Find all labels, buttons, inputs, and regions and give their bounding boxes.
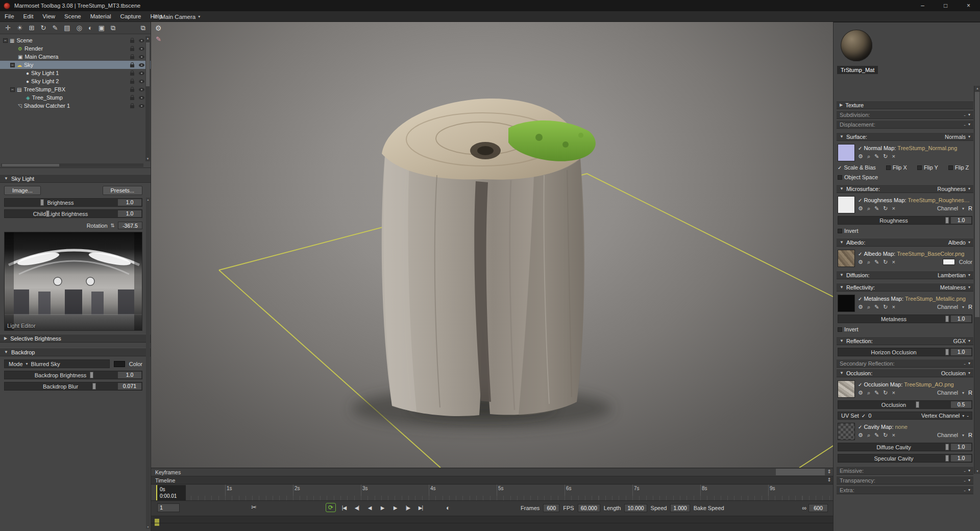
check-icon[interactable]: ✓ bbox=[838, 165, 842, 171]
magnifier-icon[interactable]: ⌕ bbox=[867, 390, 870, 396]
scroll-up-icon[interactable]: ▲ bbox=[145, 36, 150, 41]
eye-icon[interactable] bbox=[139, 55, 144, 59]
slider-handle[interactable] bbox=[90, 372, 93, 378]
invert-checkbox[interactable] bbox=[838, 229, 842, 233]
bake-icon[interactable]: ▤ bbox=[64, 24, 70, 32]
next-keyframe-button[interactable]: |▶ bbox=[403, 503, 412, 512]
channel-label[interactable]: Channel bbox=[937, 205, 958, 211]
check-icon[interactable]: ✓ bbox=[858, 296, 862, 302]
tree-item-scene[interactable]: − ▦ Scene bbox=[0, 36, 151, 44]
reload-icon[interactable]: ↻ bbox=[883, 153, 888, 160]
gear-icon[interactable]: ⚙ bbox=[858, 205, 863, 212]
section-microsurface-header[interactable]: ▼ Microsurface: Roughness ▾ bbox=[837, 184, 973, 193]
brightness-slider[interactable]: Brightness 1.0 bbox=[4, 198, 142, 207]
chevron-down-icon[interactable]: ▾ bbox=[968, 361, 970, 366]
presets-button[interactable]: Presets... bbox=[103, 186, 142, 195]
slider-value[interactable]: 1.0 bbox=[118, 210, 141, 217]
scrollbar-handle[interactable] bbox=[2, 164, 59, 166]
menu-material[interactable]: Material bbox=[86, 13, 116, 19]
section-value[interactable]: Albedo bbox=[948, 239, 966, 246]
duplicate-icon[interactable]: ⧉ bbox=[111, 24, 115, 32]
material-name[interactable]: TrStump_Mat bbox=[837, 66, 878, 74]
play-button[interactable]: ▶ bbox=[378, 503, 387, 512]
scroll-down-icon[interactable]: ▼ bbox=[974, 469, 980, 474]
rotation-value[interactable]: -367.5 bbox=[118, 222, 142, 229]
channel-label[interactable]: Channel bbox=[937, 304, 958, 310]
chevron-down-icon[interactable]: ▾ bbox=[968, 273, 970, 277]
slider-value[interactable]: 1.0 bbox=[951, 444, 971, 450]
tree-item-sky-light-1[interactable]: ● Sky Light 1 bbox=[0, 69, 151, 77]
lock-icon[interactable] bbox=[130, 40, 134, 43]
pencil-icon[interactable]: ✎ bbox=[874, 153, 879, 160]
eye-icon[interactable] bbox=[139, 71, 144, 75]
remove-icon[interactable]: × bbox=[892, 304, 895, 310]
remove-icon[interactable]: × bbox=[892, 432, 895, 438]
section-occlusion-header[interactable]: ▼ Occlusion: Occlusion ▾ bbox=[837, 369, 973, 377]
chevron-down-icon[interactable]: ▾ bbox=[968, 468, 970, 473]
backdrop-header[interactable]: ▼ Backdrop bbox=[0, 348, 151, 356]
normal-map-thumbnail[interactable] bbox=[838, 144, 855, 161]
select-tool-icon[interactable]: ✛ bbox=[5, 24, 11, 32]
scroll-down-icon[interactable]: ▼ bbox=[145, 157, 150, 161]
paint-tool-icon[interactable]: ✎ bbox=[52, 24, 58, 32]
roughness-map-thumbnail[interactable] bbox=[838, 196, 855, 213]
frame-input[interactable]: 1 bbox=[157, 503, 180, 512]
channel-label[interactable]: Channel bbox=[937, 390, 958, 396]
flip-z-label[interactable]: Flip Z bbox=[955, 164, 969, 171]
chevron-down-icon[interactable]: ▾ bbox=[968, 134, 970, 139]
timeline-ruler[interactable]: 1s 2s 3s 4s 5s 6s 7s 8s 9s 0s 0:00.01 bbox=[151, 485, 833, 501]
slider-value[interactable]: 1.0 bbox=[951, 349, 971, 355]
scissors-icon[interactable]: ✂ bbox=[251, 503, 257, 511]
section-subdivision-header[interactable]: Subdivision: - ▾ bbox=[837, 110, 973, 119]
albedo-map-thumbnail[interactable] bbox=[838, 250, 855, 267]
slider-value[interactable]: 1.0 bbox=[951, 455, 971, 462]
specular-cavity-slider[interactable]: Specular Cavity 1.0 bbox=[838, 454, 972, 463]
section-secondary-reflection-header[interactable]: Secondary Reflection: - ▾ bbox=[837, 359, 973, 368]
add-light-icon[interactable]: ☀ bbox=[17, 24, 23, 32]
section-reflection-header[interactable]: ▼ Reflection: GGX ▾ bbox=[837, 336, 973, 345]
menu-file[interactable]: File bbox=[0, 13, 19, 19]
section-albedo-header[interactable]: ▼ Albedo: Albedo ▾ bbox=[837, 238, 973, 247]
chevron-down-icon[interactable]: ▾ bbox=[968, 240, 970, 245]
fps-input[interactable]: 60.000 bbox=[578, 504, 600, 512]
map-filename[interactable]: TreeStump_Normal.png bbox=[897, 145, 957, 151]
magnifier-icon[interactable]: ⌕ bbox=[867, 432, 870, 439]
scroll-up-icon[interactable]: ▲ bbox=[974, 86, 980, 91]
loop-frame-input[interactable]: 600 bbox=[808, 504, 828, 512]
menu-view[interactable]: View bbox=[38, 13, 60, 19]
pencil-icon[interactable]: ✎ bbox=[874, 205, 879, 212]
skip-to-end-button[interactable]: ▶| bbox=[416, 503, 425, 512]
expand-collapse-icon[interactable]: ⇕ bbox=[827, 477, 831, 482]
reload-icon[interactable]: ↻ bbox=[883, 259, 888, 266]
chevron-down-icon[interactable]: ▾ bbox=[968, 186, 970, 191]
gear-icon[interactable]: ⚙ bbox=[858, 390, 863, 396]
tree-item-render[interactable]: ⚙ Render bbox=[0, 44, 151, 53]
section-emissive-header[interactable]: Emissive: - ▾ bbox=[837, 466, 973, 475]
expand-collapse-icon[interactable]: ⇕ bbox=[827, 469, 831, 474]
section-reflectivity-header[interactable]: ▼ Reflectivity: Metalness ▾ bbox=[837, 283, 973, 292]
menu-capture[interactable]: Capture bbox=[116, 13, 146, 19]
frames-input[interactable]: 600 bbox=[543, 504, 559, 512]
map-filename[interactable]: TreeStump_BaseColor.png bbox=[897, 251, 964, 257]
section-value[interactable]: Metalness bbox=[940, 284, 966, 291]
check-icon[interactable]: ✓ bbox=[858, 251, 862, 257]
eye-icon[interactable] bbox=[139, 63, 144, 67]
close-button[interactable]: × bbox=[957, 0, 980, 11]
section-transparency-header[interactable]: Transparency: - ▾ bbox=[837, 476, 973, 485]
reload-icon[interactable]: ↻ bbox=[883, 304, 888, 310]
chevron-down-icon[interactable]: ▾ bbox=[968, 285, 970, 289]
magnifier-icon[interactable]: ⌕ bbox=[867, 259, 870, 266]
chevron-down-icon[interactable]: ▾ bbox=[968, 371, 970, 375]
eye-icon[interactable] bbox=[139, 96, 144, 100]
turntable-icon[interactable]: ◐ bbox=[88, 24, 92, 32]
object-space-label[interactable]: Object Space bbox=[844, 174, 878, 180]
scroll-down-icon[interactable]: ▼ bbox=[146, 525, 150, 529]
image-button[interactable]: Image... bbox=[4, 186, 41, 195]
backdrop-brightness-slider[interactable]: Backdrop Brightness 1.0 bbox=[4, 371, 142, 379]
previous-keyframe-button[interactable]: ◀| bbox=[352, 503, 361, 512]
chevron-down-icon[interactable]: ▾ bbox=[968, 112, 970, 117]
slider-handle[interactable] bbox=[40, 199, 44, 206]
occlusion-map-thumbnail[interactable] bbox=[838, 380, 855, 398]
object-space-checkbox[interactable] bbox=[838, 175, 842, 180]
rotate-tool-icon[interactable]: ↻ bbox=[40, 24, 46, 32]
